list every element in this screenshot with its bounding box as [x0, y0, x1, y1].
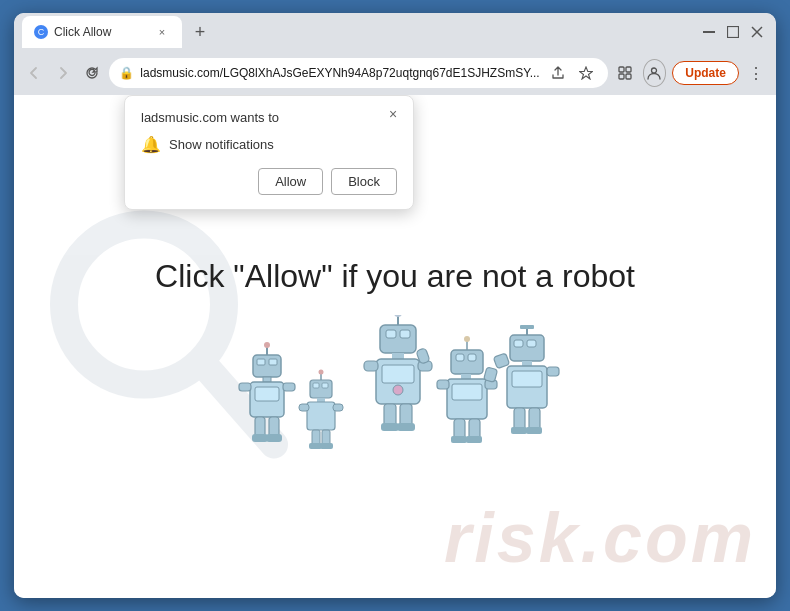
- robots-svg: [225, 315, 565, 475]
- svg-rect-1: [728, 27, 739, 38]
- svg-rect-74: [520, 325, 534, 329]
- svg-rect-39: [380, 325, 416, 353]
- refresh-button[interactable]: [80, 59, 103, 87]
- svg-rect-80: [514, 408, 525, 430]
- svg-rect-44: [392, 353, 404, 359]
- svg-rect-56: [456, 354, 464, 361]
- url-actions: [546, 61, 598, 85]
- page-content: risk.com Click "Allow" if you are not a …: [14, 95, 776, 598]
- svg-rect-19: [255, 387, 279, 401]
- svg-rect-68: [451, 436, 467, 443]
- window-controls: [698, 21, 768, 43]
- address-bar: 🔒 ladsmusic.com/LGQ8lXhAJsGeEXYNh94A8p72…: [14, 51, 776, 95]
- watermark-text: risk.com: [444, 498, 756, 578]
- svg-rect-77: [512, 371, 542, 387]
- svg-rect-51: [384, 404, 396, 426]
- svg-rect-55: [451, 350, 483, 374]
- svg-rect-34: [333, 404, 343, 411]
- svg-point-9: [652, 68, 657, 73]
- minimize-button[interactable]: [698, 21, 720, 43]
- svg-rect-28: [322, 383, 328, 388]
- svg-rect-32: [307, 402, 335, 430]
- active-tab[interactable]: C Click Allow ×: [22, 16, 182, 48]
- svg-rect-54: [397, 423, 415, 431]
- svg-rect-24: [252, 434, 268, 442]
- tab-label: Click Allow: [54, 25, 148, 39]
- svg-rect-27: [313, 383, 319, 388]
- svg-rect-8: [626, 74, 631, 79]
- update-button[interactable]: Update: [672, 61, 739, 85]
- svg-rect-57: [468, 354, 476, 361]
- svg-rect-81: [529, 408, 540, 430]
- svg-rect-41: [400, 330, 410, 338]
- close-button[interactable]: [746, 21, 768, 43]
- svg-rect-83: [526, 427, 542, 434]
- svg-point-30: [319, 370, 324, 375]
- svg-rect-31: [317, 398, 325, 402]
- svg-point-16: [264, 342, 270, 348]
- svg-rect-7: [619, 74, 624, 79]
- profile-button[interactable]: [643, 59, 666, 87]
- svg-rect-12: [253, 355, 281, 377]
- svg-rect-71: [514, 340, 523, 347]
- svg-point-59: [464, 336, 470, 342]
- browser-window: C Click Allow × +: [14, 13, 776, 598]
- bell-icon: 🔔: [141, 135, 161, 154]
- bookmark-button[interactable]: [574, 61, 598, 85]
- tab-close-button[interactable]: ×: [154, 24, 170, 40]
- svg-rect-63: [437, 380, 449, 389]
- svg-rect-26: [310, 380, 332, 398]
- svg-rect-69: [466, 436, 482, 443]
- svg-rect-72: [527, 340, 536, 347]
- svg-rect-0: [703, 31, 715, 33]
- menu-button[interactable]: ⋮: [745, 59, 768, 87]
- svg-rect-46: [382, 365, 414, 383]
- svg-point-43: [394, 315, 402, 317]
- svg-rect-70: [510, 335, 544, 361]
- svg-rect-52: [400, 404, 412, 426]
- svg-rect-78: [493, 353, 509, 369]
- popup-close-button[interactable]: ×: [383, 104, 403, 124]
- url-text: ladsmusic.com/LGQ8lXhAJsGeEXYNh94A8p72uq…: [140, 66, 539, 80]
- popup-permission-row: 🔔 Show notifications: [141, 135, 397, 154]
- svg-rect-40: [386, 330, 396, 338]
- tab-area: C Click Allow × +: [22, 16, 692, 48]
- svg-rect-5: [619, 67, 624, 72]
- permission-text: Show notifications: [169, 137, 274, 152]
- svg-point-47: [393, 385, 403, 395]
- back-button[interactable]: [22, 59, 45, 87]
- tab-favicon: C: [34, 25, 48, 39]
- svg-rect-21: [283, 383, 295, 391]
- svg-rect-79: [547, 367, 559, 376]
- block-button[interactable]: Block: [331, 168, 397, 195]
- popup-title: ladsmusic.com wants to: [141, 110, 397, 125]
- forward-button[interactable]: [51, 59, 74, 87]
- svg-rect-33: [299, 404, 309, 411]
- svg-rect-6: [626, 67, 631, 72]
- svg-rect-82: [511, 427, 527, 434]
- new-tab-button[interactable]: +: [186, 18, 214, 46]
- allow-button[interactable]: Allow: [258, 168, 323, 195]
- popup-buttons: Allow Block: [141, 168, 397, 195]
- svg-rect-14: [269, 359, 277, 365]
- maximize-button[interactable]: [722, 21, 744, 43]
- notification-popup: × ladsmusic.com wants to 🔔 Show notifica…: [124, 95, 414, 210]
- svg-marker-4: [579, 67, 592, 79]
- robots-illustration: [225, 315, 565, 475]
- extensions-button[interactable]: [614, 59, 637, 87]
- page-main: Click "Allow" if you are not a robot: [155, 218, 635, 475]
- svg-rect-25: [266, 434, 282, 442]
- svg-rect-13: [257, 359, 265, 365]
- svg-rect-48: [364, 361, 378, 371]
- url-box[interactable]: 🔒 ladsmusic.com/LGQ8lXhAJsGeEXYNh94A8p72…: [109, 58, 607, 88]
- svg-rect-53: [381, 423, 399, 431]
- svg-rect-20: [239, 383, 251, 391]
- svg-rect-62: [452, 384, 482, 400]
- svg-rect-38: [320, 443, 333, 449]
- lock-icon: 🔒: [119, 66, 134, 80]
- page-heading: Click "Allow" if you are not a robot: [155, 258, 635, 295]
- title-bar: C Click Allow × +: [14, 13, 776, 51]
- share-button[interactable]: [546, 61, 570, 85]
